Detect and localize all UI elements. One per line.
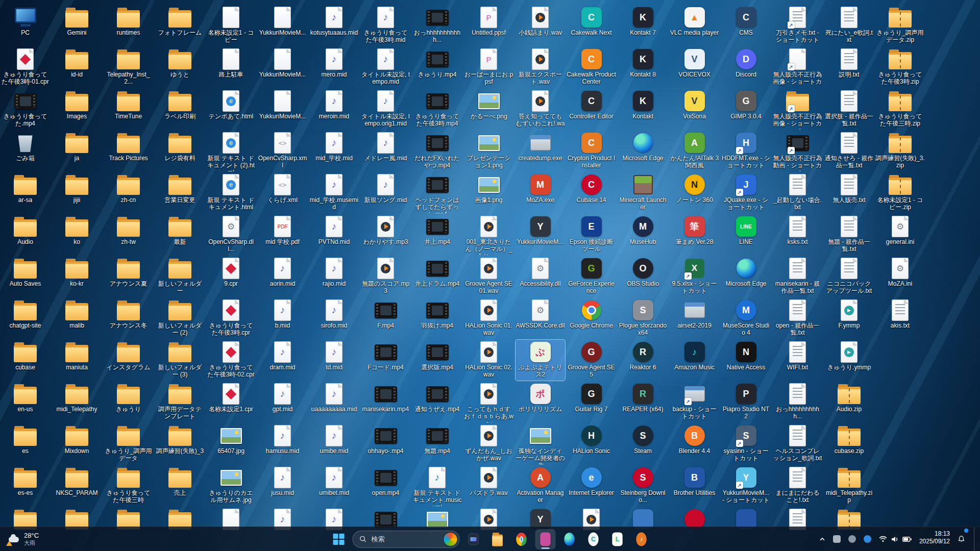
- taskbar-app-task-view[interactable]: [463, 529, 484, 549]
- desktop-icon[interactable]: 無人販売.txt: [824, 172, 874, 213]
- desktop-icon[interactable]: Minecraft Launcher: [618, 172, 668, 213]
- taskbar-app-photos[interactable]: [535, 529, 556, 549]
- desktop-icon[interactable]: NKSC_PARAM: [52, 465, 102, 506]
- desktop-icon[interactable]: ⚙MoZA.ini: [875, 256, 925, 297]
- desktop-icon[interactable]: 画像1.png: [464, 172, 513, 213]
- taskbar-app-line[interactable]: L: [607, 529, 628, 549]
- desktop-icon[interactable]: きゅうり食ってた.mp4: [1, 89, 50, 130]
- desktop-icon[interactable]: きゅうり.mp4: [412, 47, 462, 88]
- desktop-icon[interactable]: ja: [52, 131, 102, 171]
- desktop-icon[interactable]: きゅうり食ってた午後3時-02.cpr: [206, 340, 256, 381]
- desktop-icon[interactable]: 名称未設定1 - コピー: [206, 5, 256, 46]
- desktop-icon[interactable]: midi_Telepathy.zip: [824, 465, 874, 506]
- desktop-icon[interactable]: 最新: [155, 214, 205, 255]
- desktop-icon[interactable]: 新規エクスポート.wav: [516, 47, 565, 88]
- desktop-icon[interactable]: ♪mid_学校.musemid: [309, 172, 359, 213]
- desktop-icon[interactable]: cubase.zip: [824, 423, 874, 464]
- desktop-icon[interactable]: きゅうり_調声用データ.zip: [875, 5, 925, 46]
- desktop-icon[interactable]: e新規 テキスト ドキュメント (2).html: [206, 131, 256, 171]
- desktop-icon[interactable]: ぷぷよぷよテトリス2: [516, 340, 565, 381]
- desktop-icon[interactable]: 名称未設定1 - コピー.zip: [875, 172, 925, 213]
- desktop-icon[interactable]: Fコード.mp4: [361, 340, 410, 381]
- desktop-icon[interactable]: ♪きゅうり食ってた午後3時.mid: [361, 5, 410, 46]
- desktop-icon[interactable]: ♪タイトル未設定, tempo.orig1.mid: [361, 89, 410, 130]
- taskbar-app-cakewalk-next[interactable]: C: [583, 529, 604, 549]
- desktop-icon[interactable]: だれだFXいれたやつ.mp4: [412, 131, 462, 171]
- show-desktop-button[interactable]: [974, 527, 977, 551]
- clock[interactable]: 18:13 2025/09/12: [918, 530, 951, 548]
- desktop-icon[interactable]: J↗JQuake.exe - ショートカット: [721, 172, 771, 213]
- notification-bell-button[interactable]: [957, 530, 966, 548]
- desktop-icon[interactable]: ニコニコバックアップツール.txt: [824, 256, 874, 297]
- desktop-icon[interactable]: ♪rajio.mid: [309, 256, 359, 297]
- desktop-icon[interactable]: 選択版.mp4: [412, 340, 462, 381]
- desktop-icon[interactable]: ♪Amazon Music: [670, 340, 719, 381]
- desktop-icon[interactable]: RReaktor 6: [618, 340, 668, 381]
- desktop-icon[interactable]: Images: [52, 89, 102, 130]
- desktop-icon[interactable]: cubase: [1, 340, 50, 381]
- desktop-icon[interactable]: ヘルスコンプレッション_歌詞.txt: [773, 423, 822, 464]
- desktop-icon[interactable]: WIFI.txt: [773, 340, 822, 381]
- desktop-icon[interactable]: ⚙OpenCvSharp.dll...: [206, 214, 256, 255]
- tray-app-icon-1[interactable]: [832, 530, 842, 548]
- desktop-icon[interactable]: createdump.exe: [516, 131, 565, 171]
- start-button[interactable]: [329, 529, 349, 549]
- desktop-icon[interactable]: Mixdown: [52, 423, 102, 464]
- desktop-icon[interactable]: ▲VLC media player: [670, 5, 719, 46]
- desktop-icon[interactable]: フォトフレーム: [155, 5, 205, 46]
- desktop-icon[interactable]: ごみ箱: [1, 131, 50, 171]
- desktop-icon[interactable]: ♪mid_学校.mid: [309, 131, 359, 171]
- desktop-icon[interactable]: chatgpt-site: [1, 298, 50, 339]
- desktop-icon[interactable]: eInternet Explorer: [567, 465, 616, 506]
- desktop-icon[interactable]: GGroove Agent SE 5: [567, 340, 616, 381]
- desktop-icon[interactable]: Google Chrome: [567, 298, 616, 339]
- desktop-icon[interactable]: ♪新規ソング.mid: [361, 172, 410, 213]
- desktop-icon[interactable]: eテンポあて.html: [206, 89, 256, 130]
- desktop-icon[interactable]: 調声練習(失敗)_3.zip: [875, 131, 925, 171]
- desktop-icon[interactable]: レジ袋有料: [155, 131, 205, 171]
- desktop-icon[interactable]: Nノートン 360: [670, 172, 719, 213]
- desktop-icon[interactable]: パズドラ.wav: [464, 465, 513, 506]
- desktop-icon[interactable]: zh-cn: [104, 172, 153, 213]
- desktop-icon[interactable]: わかりやす.mp3: [361, 214, 410, 255]
- desktop-icon[interactable]: PDFmid 学校.pdf: [258, 214, 307, 255]
- desktop-icon[interactable]: <>OpenCvSharp.xml: [258, 131, 307, 171]
- taskbar-app-microsoft-edge[interactable]: [559, 529, 580, 549]
- desktop-icon[interactable]: e新規 テキスト ドキュメント.html: [206, 172, 256, 213]
- desktop-icon[interactable]: open.mp4: [361, 465, 410, 506]
- desktop-icon[interactable]: KKontakt 8: [618, 47, 668, 88]
- desktop-icon[interactable]: H↗HDDFMT.exe - ショートカット: [721, 131, 771, 171]
- desktop-icon[interactable]: Audio.zip: [824, 382, 874, 422]
- desktop-icon[interactable]: VVOICEVOX: [670, 47, 719, 88]
- desktop-icon[interactable]: en-us: [1, 382, 50, 422]
- desktop-icon[interactable]: 井上.mp4: [412, 214, 462, 255]
- desktop-icon[interactable]: 新しいフォルダー (3): [155, 340, 205, 381]
- desktop-icon[interactable]: YukkuriMovieM...: [258, 47, 307, 88]
- desktop-icon[interactable]: ↗無人販売不正行為画像 - ショートカッ...: [773, 47, 822, 88]
- desktop-icon[interactable]: ♪dram.mid: [258, 340, 307, 381]
- desktop-icon[interactable]: 筆筆まめ Ver.28: [670, 214, 719, 255]
- desktop-icon[interactable]: Aかんたん!AITalk 3 関西風: [670, 131, 719, 171]
- desktop-icon[interactable]: CController Editor: [567, 89, 616, 130]
- desktop-icon[interactable]: CCubase 14: [567, 172, 616, 213]
- desktop-icon[interactable]: Y↗YukkuriMovieM... - ショートカット: [721, 465, 771, 506]
- desktop-icon[interactable]: 答え知っててもむずいわこれ!.wav: [516, 89, 565, 130]
- desktop-icon[interactable]: きゅうりのカエル用サムネ.jpg: [206, 465, 256, 506]
- desktop-icon[interactable]: TimeTune: [104, 89, 153, 130]
- desktop-icon[interactable]: EEpson 接続診断ツール: [567, 214, 616, 255]
- desktop-icon[interactable]: 無題.mp4: [412, 423, 462, 464]
- desktop-icon[interactable]: ♪aorin.mid: [258, 256, 307, 297]
- desktop-icon[interactable]: 無題のスコア.mp3: [361, 256, 410, 297]
- desktop-icon[interactable]: LINELINE: [721, 214, 771, 255]
- desktop-icon[interactable]: <>くらげ.xml: [258, 172, 307, 213]
- desktop-icon[interactable]: PC: [1, 5, 50, 46]
- desktop-icon[interactable]: id-id: [52, 47, 102, 88]
- desktop-icon[interactable]: KKontakt 7: [618, 5, 668, 46]
- desktop-icon[interactable]: CCrypton Product Installer: [567, 131, 616, 171]
- desktop-icon[interactable]: アナウンス夏: [104, 256, 153, 297]
- desktop-icon[interactable]: きゅうり: [104, 382, 153, 422]
- desktop-icon[interactable]: manisekarin.mp4: [361, 382, 410, 422]
- desktop-icon[interactable]: BBlender 4.4: [670, 423, 719, 464]
- desktop-icon[interactable]: ♪jusu.mid: [258, 465, 307, 506]
- desktop-icon[interactable]: アナウンス冬: [104, 298, 153, 339]
